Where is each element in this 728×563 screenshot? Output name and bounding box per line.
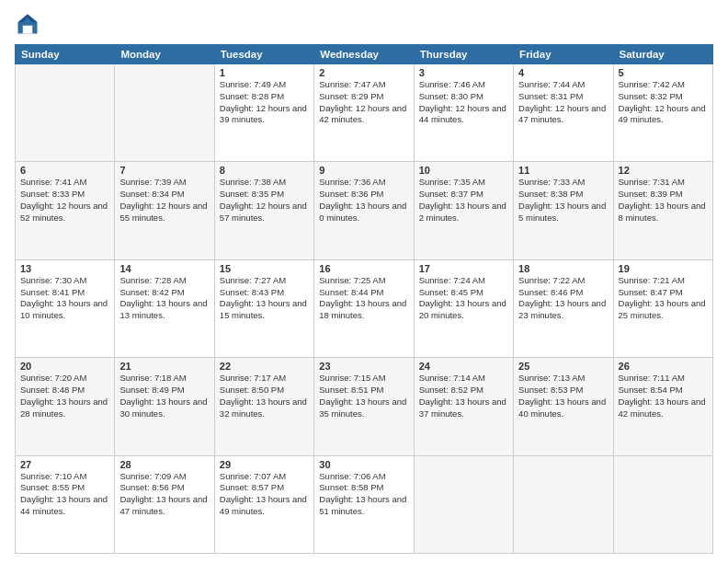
- day-info: Sunrise: 7:13 AM Sunset: 8:53 PM Dayligh…: [518, 373, 608, 419]
- day-number: 5: [619, 67, 708, 78]
- week-row-2: 6Sunrise: 7:41 AM Sunset: 8:33 PM Daylig…: [16, 162, 713, 259]
- day-number: 30: [319, 459, 408, 470]
- day-header-tuesday: Tuesday: [214, 45, 313, 64]
- day-info: Sunrise: 7:21 AM Sunset: 8:47 PM Dayligh…: [619, 275, 708, 322]
- day-info: Sunrise: 7:36 AM Sunset: 8:36 PM Dayligh…: [319, 177, 408, 224]
- day-cell: 2Sunrise: 7:47 AM Sunset: 8:29 PM Daylig…: [314, 64, 414, 162]
- day-info: Sunrise: 7:11 AM Sunset: 8:54 PM Dayligh…: [619, 373, 708, 419]
- day-info: Sunrise: 7:17 AM Sunset: 8:50 PM Dayligh…: [220, 373, 309, 419]
- day-number: 28: [119, 459, 209, 470]
- day-cell: 14Sunrise: 7:28 AM Sunset: 8:42 PM Dayli…: [115, 259, 214, 357]
- day-cell: 29Sunrise: 7:07 AM Sunset: 8:57 PM Dayli…: [214, 455, 313, 553]
- day-header-sunday: Sunday: [16, 45, 115, 64]
- day-info: Sunrise: 7:33 AM Sunset: 8:38 PM Dayligh…: [518, 177, 608, 224]
- day-number: 22: [220, 361, 309, 372]
- day-cell: 3Sunrise: 7:46 AM Sunset: 8:30 PM Daylig…: [414, 64, 513, 162]
- day-info: Sunrise: 7:07 AM Sunset: 8:57 PM Dayligh…: [220, 471, 309, 518]
- day-cell: 26Sunrise: 7:11 AM Sunset: 8:54 PM Dayli…: [613, 358, 712, 455]
- day-info: Sunrise: 7:49 AM Sunset: 8:28 PM Dayligh…: [220, 79, 309, 126]
- logo: [15, 11, 44, 37]
- day-cell: 27Sunrise: 7:10 AM Sunset: 8:55 PM Dayli…: [16, 455, 115, 553]
- day-cell: 4Sunrise: 7:44 AM Sunset: 8:31 PM Daylig…: [514, 64, 613, 162]
- day-cell: [16, 64, 115, 162]
- day-cell: 6Sunrise: 7:41 AM Sunset: 8:33 PM Daylig…: [16, 162, 115, 259]
- day-cell: 25Sunrise: 7:13 AM Sunset: 8:53 PM Dayli…: [514, 358, 613, 455]
- day-number: 29: [220, 459, 309, 470]
- day-number: 26: [619, 361, 708, 372]
- day-info: Sunrise: 7:18 AM Sunset: 8:49 PM Dayligh…: [119, 373, 209, 419]
- day-number: 8: [220, 165, 309, 176]
- day-cell: 9Sunrise: 7:36 AM Sunset: 8:36 PM Daylig…: [314, 162, 414, 259]
- day-info: Sunrise: 7:24 AM Sunset: 8:45 PM Dayligh…: [419, 275, 508, 322]
- day-info: Sunrise: 7:35 AM Sunset: 8:37 PM Dayligh…: [419, 177, 508, 224]
- day-cell: 13Sunrise: 7:30 AM Sunset: 8:41 PM Dayli…: [16, 259, 115, 357]
- day-cell: 1Sunrise: 7:49 AM Sunset: 8:28 PM Daylig…: [214, 64, 313, 162]
- day-cell: [115, 64, 214, 162]
- day-cell: 30Sunrise: 7:06 AM Sunset: 8:58 PM Dayli…: [314, 455, 414, 553]
- day-info: Sunrise: 7:10 AM Sunset: 8:55 PM Dayligh…: [20, 471, 109, 518]
- day-cell: 18Sunrise: 7:22 AM Sunset: 8:46 PM Dayli…: [514, 259, 613, 357]
- day-cell: 7Sunrise: 7:39 AM Sunset: 8:34 PM Daylig…: [115, 162, 214, 259]
- day-cell: 5Sunrise: 7:42 AM Sunset: 8:32 PM Daylig…: [613, 64, 712, 162]
- day-cell: 20Sunrise: 7:20 AM Sunset: 8:48 PM Dayli…: [16, 358, 115, 455]
- week-row-3: 13Sunrise: 7:30 AM Sunset: 8:41 PM Dayli…: [16, 259, 713, 357]
- day-number: 1: [220, 67, 309, 78]
- day-header-monday: Monday: [115, 45, 214, 64]
- calendar-table: SundayMondayTuesdayWednesdayThursdayFrid…: [15, 44, 713, 554]
- day-info: Sunrise: 7:30 AM Sunset: 8:41 PM Dayligh…: [20, 275, 109, 322]
- day-number: 16: [319, 263, 408, 274]
- day-number: 19: [619, 263, 708, 274]
- header: [15, 11, 713, 37]
- day-cell: 11Sunrise: 7:33 AM Sunset: 8:38 PM Dayli…: [514, 162, 613, 259]
- day-info: Sunrise: 7:25 AM Sunset: 8:44 PM Dayligh…: [319, 275, 408, 322]
- week-row-1: 1Sunrise: 7:49 AM Sunset: 8:28 PM Daylig…: [16, 64, 713, 162]
- day-info: Sunrise: 7:38 AM Sunset: 8:35 PM Dayligh…: [220, 177, 309, 224]
- day-number: 12: [619, 165, 708, 176]
- day-info: Sunrise: 7:14 AM Sunset: 8:52 PM Dayligh…: [419, 373, 508, 419]
- day-number: 21: [119, 361, 209, 372]
- day-cell: 12Sunrise: 7:31 AM Sunset: 8:39 PM Dayli…: [613, 162, 712, 259]
- day-info: Sunrise: 7:47 AM Sunset: 8:29 PM Dayligh…: [319, 79, 408, 126]
- day-cell: 10Sunrise: 7:35 AM Sunset: 8:37 PM Dayli…: [414, 162, 513, 259]
- day-number: 25: [518, 361, 608, 372]
- page: SundayMondayTuesdayWednesdayThursdayFrid…: [0, 0, 728, 563]
- day-number: 3: [419, 67, 508, 78]
- day-info: Sunrise: 7:41 AM Sunset: 8:33 PM Dayligh…: [20, 177, 109, 224]
- day-cell: [414, 455, 513, 553]
- week-row-4: 20Sunrise: 7:20 AM Sunset: 8:48 PM Dayli…: [16, 358, 713, 455]
- day-number: 4: [518, 67, 608, 78]
- logo-icon: [15, 11, 40, 37]
- day-number: 7: [119, 165, 209, 176]
- day-cell: 8Sunrise: 7:38 AM Sunset: 8:35 PM Daylig…: [214, 162, 313, 259]
- day-info: Sunrise: 7:39 AM Sunset: 8:34 PM Dayligh…: [119, 177, 209, 224]
- day-info: Sunrise: 7:28 AM Sunset: 8:42 PM Dayligh…: [119, 275, 209, 322]
- day-cell: 23Sunrise: 7:15 AM Sunset: 8:51 PM Dayli…: [314, 358, 414, 455]
- day-number: 27: [20, 459, 109, 470]
- day-number: 20: [20, 361, 109, 372]
- day-cell: 17Sunrise: 7:24 AM Sunset: 8:45 PM Dayli…: [414, 259, 513, 357]
- day-info: Sunrise: 7:31 AM Sunset: 8:39 PM Dayligh…: [619, 177, 708, 224]
- day-header-friday: Friday: [514, 45, 613, 64]
- day-header-saturday: Saturday: [613, 45, 712, 64]
- day-number: 9: [319, 165, 408, 176]
- day-cell: 21Sunrise: 7:18 AM Sunset: 8:49 PM Dayli…: [115, 358, 214, 455]
- header-row: SundayMondayTuesdayWednesdayThursdayFrid…: [16, 45, 713, 64]
- day-info: Sunrise: 7:09 AM Sunset: 8:56 PM Dayligh…: [119, 471, 209, 518]
- day-number: 13: [20, 263, 109, 274]
- day-cell: [613, 455, 712, 553]
- day-number: 6: [20, 165, 109, 176]
- day-cell: 19Sunrise: 7:21 AM Sunset: 8:47 PM Dayli…: [613, 259, 712, 357]
- day-number: 24: [419, 361, 508, 372]
- day-number: 18: [518, 263, 608, 274]
- day-info: Sunrise: 7:20 AM Sunset: 8:48 PM Dayligh…: [20, 373, 109, 419]
- day-number: 15: [220, 263, 309, 274]
- day-cell: 16Sunrise: 7:25 AM Sunset: 8:44 PM Dayli…: [314, 259, 414, 357]
- day-cell: [514, 455, 613, 553]
- day-info: Sunrise: 7:44 AM Sunset: 8:31 PM Dayligh…: [518, 79, 608, 126]
- week-row-5: 27Sunrise: 7:10 AM Sunset: 8:55 PM Dayli…: [16, 455, 713, 553]
- day-header-thursday: Thursday: [414, 45, 513, 64]
- day-number: 23: [319, 361, 408, 372]
- day-number: 11: [518, 165, 608, 176]
- day-info: Sunrise: 7:42 AM Sunset: 8:32 PM Dayligh…: [619, 79, 708, 126]
- day-info: Sunrise: 7:27 AM Sunset: 8:43 PM Dayligh…: [220, 275, 309, 322]
